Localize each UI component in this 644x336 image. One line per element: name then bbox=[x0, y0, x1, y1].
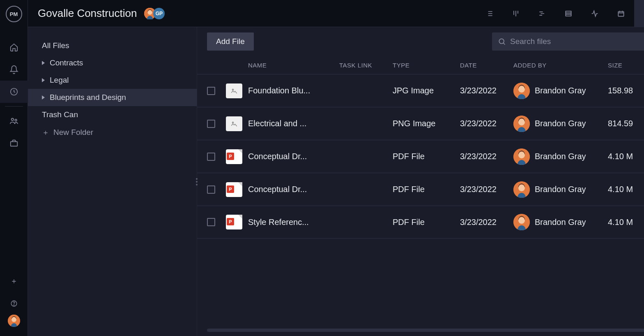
nav-briefcase[interactable] bbox=[0, 132, 28, 154]
add-file-button[interactable]: Add File bbox=[207, 32, 254, 51]
view-tab-calendar[interactable] bbox=[608, 0, 634, 27]
nav-rail: PM bbox=[0, 0, 28, 336]
avatar-icon bbox=[513, 83, 530, 99]
nav-team[interactable] bbox=[0, 110, 28, 132]
user-avatar bbox=[513, 214, 530, 230]
app-logo[interactable]: PM bbox=[6, 6, 22, 22]
col-added-by[interactable]: ADDED BY bbox=[513, 62, 608, 69]
folder-label: Blueprints and Design bbox=[50, 93, 126, 102]
svg-point-20 bbox=[518, 152, 525, 158]
file-date: 3/23/2022 bbox=[460, 185, 513, 194]
svg-point-24 bbox=[518, 217, 525, 224]
view-tab-files[interactable] bbox=[634, 0, 644, 27]
folder-label: Contracts bbox=[50, 58, 83, 67]
file-added-by: Brandon Gray bbox=[513, 148, 608, 165]
folder-item-blueprints[interactable]: Blueprints and Design bbox=[28, 89, 197, 106]
table-row[interactable]: PStyle Referenc...PDF File3/23/2022Brand… bbox=[197, 206, 644, 239]
svg-point-22 bbox=[518, 185, 525, 191]
file-name: Conceptual Dr... bbox=[248, 152, 339, 161]
row-checkbox[interactable] bbox=[207, 185, 215, 194]
row-checkbox[interactable] bbox=[207, 153, 215, 161]
file-size: 4.10 M bbox=[608, 185, 642, 194]
view-tab-list[interactable] bbox=[476, 0, 503, 27]
search-icon bbox=[498, 37, 506, 46]
svg-point-16 bbox=[232, 122, 234, 123]
calendar-icon bbox=[617, 9, 625, 18]
sidebar-resize-handle[interactable] bbox=[196, 178, 198, 185]
project-members[interactable]: GP bbox=[147, 8, 165, 19]
col-size[interactable]: SIZE bbox=[608, 62, 642, 69]
horizontal-scrollbar[interactable] bbox=[207, 329, 644, 333]
folder-sidebar: All Files Contracts Legal Blueprints and… bbox=[28, 27, 197, 336]
nav-recent[interactable] bbox=[0, 81, 28, 103]
pdf-file-icon: P bbox=[226, 215, 242, 229]
board-icon bbox=[512, 9, 520, 18]
image-file-icon bbox=[226, 83, 242, 98]
nav-user-avatar[interactable] bbox=[8, 315, 20, 327]
svg-point-12 bbox=[499, 39, 504, 44]
member-avatar-2[interactable]: GP bbox=[153, 8, 165, 19]
table-row[interactable]: Foundation Blu...JPG Image3/23/2022Brand… bbox=[197, 74, 644, 107]
briefcase-icon bbox=[9, 139, 18, 148]
folder-all-files[interactable]: All Files bbox=[28, 37, 197, 54]
svg-rect-11 bbox=[618, 12, 623, 16]
help-icon bbox=[10, 300, 18, 307]
bell-icon bbox=[9, 65, 18, 74]
pdf-file-icon: P bbox=[226, 182, 242, 197]
new-folder-label: New Folder bbox=[53, 128, 93, 137]
view-tab-gantt[interactable] bbox=[529, 0, 555, 27]
view-tab-activity[interactable] bbox=[582, 0, 608, 27]
avatar-icon bbox=[513, 214, 530, 230]
chevron-right-icon bbox=[42, 78, 45, 82]
gantt-icon bbox=[538, 9, 546, 18]
file-name: Electrical and ... bbox=[248, 119, 339, 128]
row-checkbox[interactable] bbox=[207, 87, 215, 95]
table-icon bbox=[564, 9, 573, 18]
search-files[interactable] bbox=[492, 32, 644, 51]
people-icon bbox=[9, 116, 18, 125]
content-toolbar: Add File bbox=[197, 27, 644, 56]
table-row[interactable]: PConceptual Dr...PDF File3/23/2022Brando… bbox=[197, 140, 644, 173]
folder-trash[interactable]: Trash Can bbox=[28, 106, 197, 123]
file-date: 3/23/2022 bbox=[460, 218, 513, 227]
col-type[interactable]: TYPE bbox=[393, 62, 460, 69]
table-header: NAME TASK LINK TYPE DATE ADDED BY SIZE bbox=[197, 56, 644, 74]
image-file-icon bbox=[226, 116, 242, 131]
file-added-by: Brandon Gray bbox=[513, 116, 608, 132]
svg-point-13 bbox=[232, 89, 234, 90]
new-folder-button[interactable]: ＋ New Folder bbox=[28, 123, 197, 141]
avatar-icon bbox=[513, 148, 530, 165]
row-checkbox[interactable] bbox=[207, 218, 215, 226]
table-row[interactable]: PConceptual Dr...PDF File3/23/2022Brando… bbox=[197, 173, 644, 206]
search-input[interactable] bbox=[510, 37, 644, 46]
svg-rect-10 bbox=[566, 11, 571, 16]
project-title: Govalle Construction bbox=[38, 7, 137, 20]
activity-icon bbox=[591, 9, 599, 18]
col-task-link[interactable]: TASK LINK bbox=[339, 62, 393, 69]
file-name: Style Referenc... bbox=[248, 218, 339, 227]
svg-point-5 bbox=[14, 305, 14, 305]
col-name[interactable]: NAME bbox=[248, 62, 339, 69]
table-row[interactable]: Electrical and ...PNG Image3/23/2022Bran… bbox=[197, 107, 644, 140]
plus-icon bbox=[11, 278, 17, 285]
view-tab-table[interactable] bbox=[555, 0, 582, 27]
svg-point-2 bbox=[15, 119, 17, 121]
chevron-right-icon bbox=[42, 95, 45, 100]
avatar-icon bbox=[513, 116, 530, 132]
folder-item-contracts[interactable]: Contracts bbox=[28, 54, 197, 72]
file-type: PNG Image bbox=[393, 119, 460, 128]
nav-add[interactable] bbox=[0, 270, 28, 292]
nav-help[interactable] bbox=[0, 292, 28, 315]
folder-item-legal[interactable]: Legal bbox=[28, 72, 197, 89]
row-checkbox[interactable] bbox=[207, 120, 215, 128]
files-table: NAME TASK LINK TYPE DATE ADDED BY SIZE F… bbox=[197, 56, 644, 329]
view-tab-board[interactable] bbox=[503, 0, 529, 27]
nav-home[interactable] bbox=[0, 36, 28, 58]
folder-label: Legal bbox=[50, 76, 69, 85]
nav-notifications[interactable] bbox=[0, 58, 28, 81]
avatar-icon bbox=[8, 315, 20, 327]
col-date[interactable]: DATE bbox=[460, 62, 513, 69]
svg-point-9 bbox=[148, 10, 152, 14]
svg-point-7 bbox=[12, 317, 16, 322]
home-icon bbox=[9, 43, 18, 52]
